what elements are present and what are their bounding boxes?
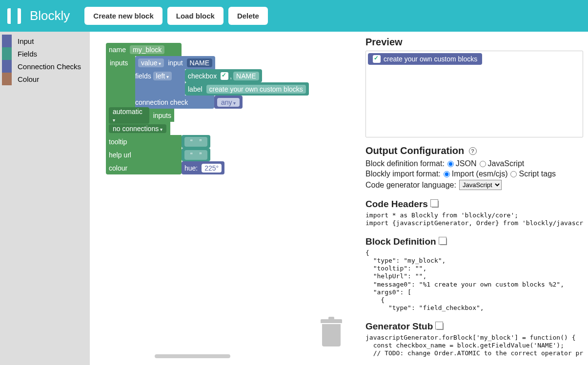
connections-dropdown[interactable]: no connections (109, 124, 166, 133)
sidebar-item-connection-checks[interactable]: Connection Checks (0, 60, 90, 73)
right-panel: Preview create your own custom blocks Ou… (361, 32, 588, 365)
category-color-swatch (2, 60, 12, 73)
copy-icon[interactable] (440, 238, 447, 245)
output-config-heading: Output Configuration ? (365, 145, 583, 156)
label-text-field[interactable]: create your own custom blocks (206, 85, 306, 94)
preview-checkbox[interactable] (373, 55, 381, 63)
sidebar-item-label: Colour (18, 75, 39, 83)
factory-block[interactable]: name my_block inputs value input NAME (106, 43, 309, 174)
radio-javascript[interactable]: JavaScript (480, 159, 525, 168)
label-keyword: label (188, 85, 203, 93)
generator-language-select[interactable]: JavaScript (459, 180, 502, 190)
row-name[interactable]: name my_block (106, 43, 182, 56)
name-label: name (109, 46, 126, 54)
app-title: Blockly (30, 8, 70, 23)
category-sidebar: Input Fields Connection Checks Colour (0, 32, 90, 365)
radio-json[interactable]: JSON (447, 159, 477, 168)
preview-box[interactable]: create your own custom blocks (365, 51, 583, 137)
load-block-button[interactable]: Load block (167, 7, 223, 25)
create-block-button[interactable]: Create new block (84, 7, 162, 25)
row-connection-check[interactable]: connection check any (106, 96, 309, 109)
hue-label: hue: (184, 164, 198, 172)
cfg-generator-language: Code generator language: JavaScript (365, 180, 583, 190)
sidebar-item-label: Input (18, 37, 34, 45)
name-value[interactable]: my_block (130, 45, 164, 54)
sidebar-item-fields[interactable]: Fields (0, 47, 90, 60)
sidebar-item-input[interactable]: Input (0, 35, 90, 47)
row-fields[interactable]: fields left checkbox , NAME (106, 69, 309, 82)
checkbox-label: checkbox (188, 72, 217, 80)
help-icon[interactable]: ? (469, 147, 477, 155)
app-header: Blockly Create new block Load block Dele… (0, 0, 588, 32)
cfg-import-format: Blockly import format: Import (esm/cjs) … (365, 170, 583, 178)
category-color-swatch (2, 47, 12, 60)
sidebar-item-label: Fields (18, 50, 37, 58)
category-color-swatch (2, 73, 12, 85)
checkbox-name-field[interactable]: NAME (233, 72, 259, 80)
fields-label: fields (135, 72, 151, 80)
blockly-workspace[interactable]: name my_block inputs value input NAME (90, 32, 361, 365)
tooltip-label: tooltip (109, 138, 127, 146)
workspace-scrollbar-horizontal[interactable] (155, 354, 230, 358)
radio-import-esm[interactable]: Import (esm/cjs) (444, 170, 508, 178)
inputs-label: inputs (106, 56, 135, 69)
generator-stub-code[interactable]: javascriptGenerator.forBlock['my_block']… (365, 334, 583, 358)
row-automatic-inputs[interactable]: automatic inputs (106, 109, 174, 122)
help-url-label: help url (109, 151, 131, 159)
preview-heading: Preview (365, 37, 583, 48)
row-inputs[interactable]: inputs value input NAME (106, 56, 309, 69)
block-definition-code[interactable]: { "type": "my_block", "tooltip": "", "he… (365, 249, 583, 312)
blockly-logo-icon (7, 8, 21, 24)
preview-block[interactable]: create your own custom blocks (368, 53, 482, 65)
help-url-text-field[interactable]: “ ” (184, 150, 207, 160)
sidebar-item-colour[interactable]: Colour (0, 73, 90, 85)
code-headers-code[interactable]: import * as Blockly from 'blockly/core';… (365, 211, 583, 228)
delete-block-button[interactable]: Delete (228, 7, 268, 25)
radio-script-tags[interactable]: Script tags (510, 170, 556, 178)
hue-value-field[interactable]: 225° (202, 164, 222, 173)
row-label[interactable]: label create your own custom blocks (106, 82, 309, 96)
checkbox-field[interactable] (221, 72, 228, 80)
preview-block-text: create your own custom blocks (384, 55, 477, 63)
any-dropdown[interactable]: any (217, 98, 240, 107)
row-help-url[interactable]: help url “ ” (106, 148, 309, 161)
row-tooltip[interactable]: tooltip “ ” (106, 135, 309, 148)
input-name-field[interactable]: NAME (187, 58, 212, 67)
fields-align-dropdown[interactable]: left (153, 72, 172, 80)
trash-icon[interactable] (321, 319, 342, 347)
category-color-swatch (2, 35, 12, 47)
code-headers-heading: Code Headers (365, 199, 583, 210)
connection-check-label: connection check (135, 98, 188, 106)
row-colour[interactable]: colour hue: 225° (106, 161, 309, 174)
input-keyword: input (168, 59, 182, 67)
row-no-connections[interactable]: no connections (106, 122, 170, 135)
tooltip-text-field[interactable]: “ ” (184, 137, 207, 147)
copy-icon[interactable] (432, 201, 439, 208)
colour-label: colour (109, 164, 127, 172)
copy-icon[interactable] (437, 323, 444, 330)
generator-stub-heading: Generator Stub (365, 321, 583, 332)
value-dropdown[interactable]: value (138, 58, 164, 67)
cfg-block-definition-format: Block definition format: JSON JavaScript (365, 159, 583, 168)
sidebar-item-label: Connection Checks (18, 62, 81, 71)
block-definition-heading: Block Definition (365, 236, 583, 247)
inputs-word: inputs (153, 112, 171, 119)
automatic-dropdown[interactable]: automatic (109, 107, 149, 124)
